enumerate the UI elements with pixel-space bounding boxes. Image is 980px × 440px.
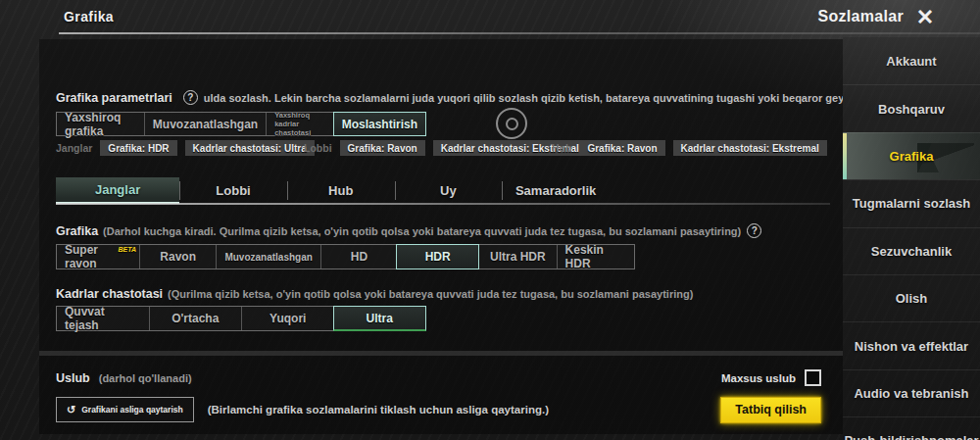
preset-better-graphics[interactable]: Yaxshiroq grafika <box>57 113 144 135</box>
section-divider <box>39 351 843 356</box>
reset-graphics-button[interactable]: ↺ Grafikani asliga qaytarish <box>56 397 194 422</box>
framerate-label: O'rtacha <box>172 312 219 325</box>
quality-ultra-hdr[interactable]: Ultra HDR <box>478 245 556 269</box>
value-chip: Grafika: Ravon <box>340 140 425 156</box>
style-hint: (darhol qo'llanadi) <box>99 372 192 384</box>
tab-label: Janglar <box>95 182 140 197</box>
settings-sidebar: Akkaunt Boshqaruv Grafika Tugmalarni soz… <box>843 37 980 440</box>
quality-label: HDR <box>425 250 451 264</box>
reset-button-label: Grafikani asliga qaytarish <box>81 405 182 415</box>
tab-hub[interactable]: Hub <box>287 177 395 204</box>
reset-hint: (Birlamchi grafika sozlamalarini tiklash… <box>208 404 549 416</box>
framerate-ultra[interactable]: Ultra <box>333 306 427 331</box>
tabs-underline <box>56 203 830 205</box>
tab-uy[interactable]: Uy <box>395 177 503 204</box>
graphics-quality-header: Grafika (Darhol kuchga kiradi. Qurilma q… <box>56 223 843 238</box>
sidebar-item-audio-va-tebranish[interactable]: Audio va tebranish <box>843 369 980 416</box>
graphics-quality-hint: (Darhol kuchga kiradi. Qurilma qizib ket… <box>103 225 741 237</box>
info-icon[interactable]: ? <box>183 90 198 105</box>
sidebar-item-label: Tugmalarni sozlash <box>853 196 970 211</box>
framerate-quvvat-tejash[interactable]: Quvvat tejash <box>57 307 149 330</box>
sidebar-item-push-bildirishnomalar[interactable]: Push-bildirishnomalar <box>843 416 980 440</box>
frame-rate-label: Kadrlar chastotasi <box>56 287 163 301</box>
top-bar: Grafika Sozlamalar ✕ <box>0 0 980 37</box>
page-title: Grafika <box>64 9 114 24</box>
frame-rate-hint: (Qurilma qizib ketsa, o'yin qotib qolsa … <box>168 288 693 300</box>
sidebar-item-olish[interactable]: Olish <box>843 274 980 321</box>
framerate-label: Quvvat tejash <box>65 305 141 332</box>
close-icon[interactable]: ✕ <box>911 4 939 31</box>
sidebar-item-akkaunt[interactable]: Akkaunt <box>843 37 980 84</box>
graphics-quality-group: Super ravon BETA Ravon Muvozanatlashgan … <box>56 244 635 269</box>
preset-label: Muvozanatlashgan <box>153 118 258 131</box>
tab-label: Lobbi <box>216 183 250 198</box>
beta-badge: BETA <box>118 246 136 253</box>
sidebar-item-label: Boshqaruv <box>878 102 945 117</box>
quality-ravon[interactable]: Ravon <box>139 245 216 269</box>
quality-hdr[interactable]: HDR <box>396 244 479 269</box>
preset-customize[interactable]: Moslashtirish <box>333 112 426 136</box>
preset-label: Moslashtirish <box>342 118 417 131</box>
tab-janglar[interactable]: Janglar <box>56 177 179 204</box>
sidebar-item-nishon-va-effektlar[interactable]: Nishon va effektlar <box>843 321 980 368</box>
values-janglar: Janglar Grafika: HDR Kadrlar chastotasi:… <box>56 140 304 156</box>
tab-label: Hub <box>328 183 353 198</box>
tab-label: Samaradorlik <box>515 183 596 198</box>
style-label: Uslub <box>56 371 90 385</box>
framerate-ortacha[interactable]: O'rtacha <box>149 307 242 330</box>
target-icon <box>496 108 527 139</box>
custom-style-label: Maxsus uslub <box>721 372 796 384</box>
reset-icon: ↺ <box>67 404 75 416</box>
tab-lobbi[interactable]: Lobbi <box>179 177 287 204</box>
scope-tabs: Janglar Lobbi Hub Uy Samaradorlik <box>56 177 610 204</box>
sidebar-item-label: Olish <box>896 291 928 306</box>
scope-label: Lobbi <box>304 142 332 154</box>
sidebar-item-sezuvchanlik[interactable]: Sezuvchanlik <box>843 227 980 274</box>
value-chip: Grafika: HDR <box>100 140 176 156</box>
quality-muvozanatlashgan[interactable]: Muvozanatlashgan <box>216 245 319 269</box>
sidebar-item-label: Push-bildirishnomalar <box>844 433 978 440</box>
value-chip: Kadrlar chastotasi: Ultra <box>185 140 315 156</box>
frame-rate-header: Kadrlar chastotasi (Qurilma qizib ketsa,… <box>56 287 843 301</box>
footer-bar: ↺ Grafikani asliga qaytarish (Birlamchi … <box>56 395 821 424</box>
custom-style-checkbox[interactable] <box>805 369 821 386</box>
top-divider <box>59 32 980 34</box>
quality-hd[interactable]: HD <box>320 245 397 269</box>
framerate-label: Ultra <box>367 312 393 325</box>
quality-label: HD <box>351 250 368 264</box>
sidebar-item-label: Nishon va effektlar <box>855 339 968 354</box>
preset-label: Yaxshiroq grafika <box>65 111 136 138</box>
apply-button[interactable]: Tatbiq qilish <box>720 397 821 423</box>
preset-better-framerate[interactable]: Yaxshiroq kadrlar chastotasi <box>266 113 333 135</box>
framerate-yuqori[interactable]: Yuqori <box>241 307 334 330</box>
tab-samaradorlik[interactable]: Samaradorlik <box>502 177 610 204</box>
quality-super-ravon[interactable]: Super ravon BETA <box>57 245 139 269</box>
preset-label: Yaxshiroq kadrlar chastotasi <box>274 111 325 137</box>
graphics-panel: Grafika parametrlari ? ulda sozlash. Lek… <box>39 39 843 434</box>
frame-rate-group: Quvvat tejash O'rtacha Yuqori Ultra <box>56 306 426 331</box>
presets-header: Grafika parametrlari ? ulda sozlash. Lek… <box>56 90 843 105</box>
value-chip: Kadrlar chastotasi: Ekstremal <box>673 140 827 156</box>
quality-label: Muvozanatlashgan <box>224 252 312 263</box>
quality-label: Keskin HDR <box>565 243 626 270</box>
values-hub: Hub Grafika: Ravon Kadrlar chastotasi: E… <box>552 140 835 156</box>
scope-label: Janglar <box>56 142 92 154</box>
info-icon[interactable]: ? <box>747 223 761 238</box>
values-lobbi: Lobbi Grafika: Ravon Kadrlar chastotasi:… <box>304 140 552 156</box>
sidebar-item-tugmalarni-sozlash[interactable]: Tugmalarni sozlash <box>843 179 980 226</box>
current-values: Janglar Grafika: HDR Kadrlar chastotasi:… <box>56 140 843 156</box>
quality-keskin-hdr[interactable]: Keskin HDR <box>557 245 634 269</box>
settings-title: Sozlamalar <box>818 8 904 25</box>
sidebar-item-boshqaruv[interactable]: Boshqaruv <box>843 84 980 131</box>
sidebar-item-grafika[interactable]: Grafika <box>843 132 980 179</box>
sidebar-item-label: Grafika <box>890 149 934 164</box>
presets-title: Grafika parametrlari <box>56 91 172 105</box>
tab-label: Uy <box>440 183 457 198</box>
preset-group: Yaxshiroq grafika Muvozanatlashgan Yaxsh… <box>56 112 426 136</box>
framerate-label: Yuqori <box>270 312 306 325</box>
style-section: Uslub (darhol qo'llanadi) Maxsus uslub <box>56 369 821 386</box>
preset-balanced[interactable]: Muvozanatlashgan <box>144 113 266 135</box>
quality-label: Ravon <box>160 250 196 264</box>
scope-label: Hub <box>552 142 571 154</box>
sidebar-item-label: Sezuvchanlik <box>871 244 952 259</box>
